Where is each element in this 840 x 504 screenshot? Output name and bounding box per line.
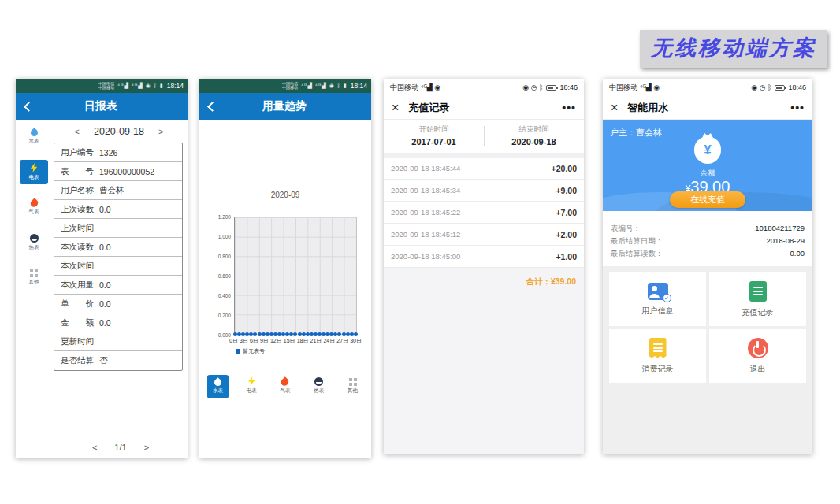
prev-page-arrow[interactable]: <	[92, 443, 97, 452]
row-label: 上次读数	[61, 204, 94, 215]
status-time: 18:14	[167, 82, 184, 90]
record-row[interactable]: 2020-09-18 18:45:44+20.00	[384, 158, 584, 180]
daily-report-table: 用户编号1326 表 号196000000052 用户名称曹会林 上次读数0.0…	[54, 143, 183, 371]
status-icons: ◉ ◷ ᛒ	[751, 83, 771, 91]
legend-swatch	[236, 349, 240, 354]
tab-water[interactable]: 水表	[207, 375, 229, 398]
consume-record-icon	[649, 338, 667, 358]
carrier-labels: 中国电信 中国移动	[282, 82, 298, 90]
record-list: 2020-09-18 18:45:44+20.00 2020-09-18 18:…	[384, 158, 584, 268]
app-header: 用量趋势	[199, 93, 371, 120]
close-icon[interactable]: ×	[611, 102, 618, 114]
start-date-filter[interactable]: 开始时间 2017-07-01	[384, 124, 484, 146]
table-row: 上次时间	[54, 219, 182, 238]
pagination: < 1/1 >	[54, 443, 188, 452]
row-value: 0.0	[99, 243, 111, 252]
grid-icon	[30, 269, 38, 277]
flame-icon	[28, 198, 39, 208]
row-label: 本次读数	[61, 242, 94, 253]
owner-line: 户主：曹会林	[610, 127, 662, 139]
record-amount: +1.00	[556, 252, 577, 261]
info-row: 最后结算读数：0.00	[611, 247, 805, 260]
record-row[interactable]: 2020-09-18 18:45:34+9.00	[384, 180, 584, 202]
row-label: 本次用量	[61, 280, 94, 291]
table-row: 是否结算否	[54, 351, 182, 370]
chart-plot-area	[234, 217, 357, 335]
info-row: 表编号：101804211729	[611, 222, 805, 235]
prev-date-arrow[interactable]: <	[75, 127, 80, 136]
status-bar: 中国电信 中国移动 ⁴ᴳ▟ ⁴ᴳ▟ ◉ ᛒ ▮ 18:14	[199, 79, 371, 93]
tab-other[interactable]: 其他	[342, 374, 363, 398]
date-filter: 开始时间 2017-07-01 结束时间 2020-09-18	[384, 120, 584, 153]
table-row: 单 价0.0	[54, 295, 182, 313]
table-row: 金 额0.0	[54, 313, 182, 332]
grid-item-recharge-record[interactable]: 充值记录	[709, 272, 806, 326]
row-label: 本次时间	[61, 261, 94, 272]
app-header: × 充值记录 •••	[384, 96, 584, 120]
status-bar: 中国移动 ⁴ᴳ▟ ◉ ◉ ◷ ᛒ 18:46	[603, 79, 812, 96]
carrier-labels: 中国电信 中国移动	[98, 82, 114, 90]
sidebar-item-gas[interactable]: 气表	[20, 196, 48, 219]
record-row[interactable]: 2020-09-18 18:45:22+7.00	[384, 202, 584, 224]
record-row[interactable]: 2020-09-18 18:45:12+2.00	[384, 224, 584, 246]
user-info-icon: ✓	[648, 283, 668, 300]
usage-chart: 2020-09 1.2001.0000.8000.6000.4000.2000.…	[199, 191, 371, 398]
tab-gas[interactable]: 气表	[275, 374, 296, 398]
heat-meter-icon	[30, 234, 39, 243]
table-row: 表 号196000000052	[54, 162, 182, 181]
row-label: 单 价	[61, 298, 94, 309]
status-icons: ⁴ᴳ▟ ⁴ᴳ▟ ◉ ᛒ ▮	[301, 83, 348, 89]
record-amount: +7.00	[556, 208, 577, 217]
grid-item-consume-record[interactable]: 消费记录	[609, 329, 706, 383]
grid-item-logout[interactable]: 退出	[709, 329, 806, 383]
end-date-filter[interactable]: 结束时间 2020-09-18	[484, 124, 584, 146]
heat-meter-icon	[314, 377, 323, 386]
row-value: 否	[99, 355, 108, 366]
next-page-arrow[interactable]: >	[144, 443, 149, 452]
table-row: 本次时间	[54, 257, 182, 276]
filter-divider	[484, 126, 485, 146]
record-row[interactable]: 2020-09-18 18:45:00+1.00	[384, 246, 584, 268]
sidebar-item-water[interactable]: 水表	[20, 126, 48, 148]
tab-electric[interactable]: 电表	[241, 372, 262, 398]
status-icons: ⁴ᴳ▟ ⁴ᴳ▟ ◉ ᛒ ▮	[117, 83, 164, 89]
close-icon[interactable]: ×	[392, 102, 399, 114]
record-amount: +2.00	[556, 230, 577, 239]
owner-label: 户主：	[610, 128, 636, 137]
app-header: × 智能用水 •••	[603, 96, 812, 120]
info-row: 最后结算日期：2018-08-29	[611, 235, 805, 247]
info-value: 0.00	[790, 247, 805, 260]
row-label: 用户名称	[61, 185, 94, 196]
row-value: 曹会林	[99, 185, 125, 196]
phone-recharge-records: 中国移动 ⁴ᴳ▟ ◉ ◉ ◷ ᛒ 18:46 × 充值记录 ••• 开始时间 2…	[384, 79, 584, 454]
total-value: ¥39.00	[551, 276, 576, 286]
sidebar-item-other[interactable]: 其他	[20, 266, 48, 289]
more-icon[interactable]: •••	[790, 102, 805, 114]
lightning-icon	[30, 163, 38, 172]
sidebar-item-electric[interactable]: 电表	[20, 160, 48, 184]
next-date-arrow[interactable]: >	[158, 127, 163, 136]
sidebar-item-heat[interactable]: 热表	[20, 231, 48, 254]
record-time: 2020-09-18 18:45:00	[391, 252, 460, 261]
current-date[interactable]: 2020-09-18	[94, 126, 144, 137]
battery-icon	[546, 85, 556, 91]
app-header: 日报表	[16, 93, 188, 120]
carrier-2: 中国移动	[98, 86, 114, 90]
grid-item-user-info[interactable]: ✓ 用户信息	[609, 272, 706, 326]
meter-type-tabbar: 水表 电表 气表 热表 其他	[207, 372, 363, 398]
phone-smart-water: 中国移动 ⁴ᴳ▟ ◉ ◉ ◷ ᛒ 18:46 × 智能用水 ••• 户主：曹会林…	[603, 79, 812, 454]
status-time: 18:14	[351, 82, 367, 90]
tab-label: 气表	[280, 387, 290, 395]
sidebar-item-label: 气表	[29, 209, 39, 216]
online-recharge-button[interactable]: 在线充值	[670, 191, 745, 208]
grid-item-label: 充值记录	[742, 307, 774, 318]
chart-x-ticks: 0日3日6日9日12日15日18日21日24日27日30日	[229, 337, 362, 345]
tab-heat[interactable]: 热表	[308, 373, 329, 398]
info-label: 最后结算读数：	[611, 247, 663, 260]
chart-data-dots	[233, 332, 358, 336]
end-date-value: 2020-09-18	[484, 137, 584, 146]
grid-item-label: 退出	[750, 364, 766, 375]
more-icon[interactable]: •••	[562, 102, 576, 114]
record-time: 2020-09-18 18:45:44	[391, 164, 460, 172]
header-title: 日报表	[32, 99, 169, 113]
